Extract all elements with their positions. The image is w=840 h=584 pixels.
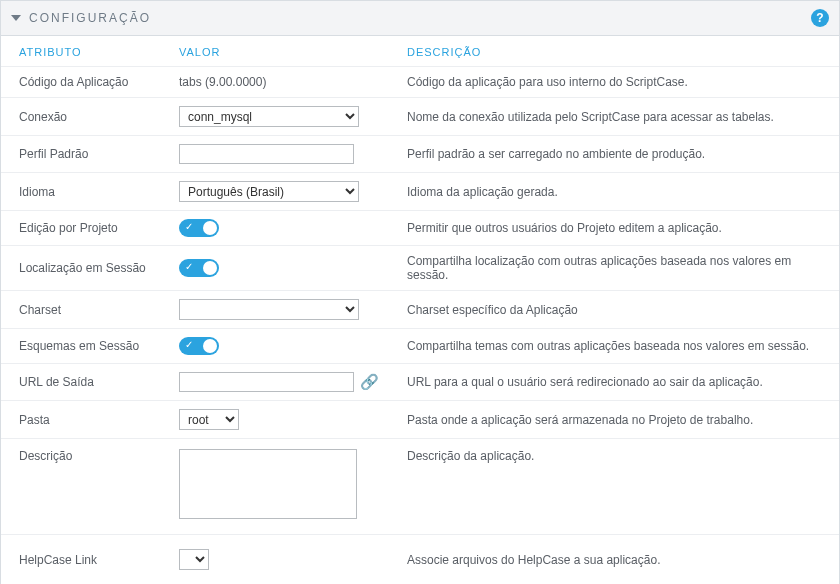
- label-description: Descrição: [1, 439, 161, 535]
- label-session-themes: Esquemas em Sessão: [1, 329, 161, 364]
- exit-url-input[interactable]: [179, 372, 354, 392]
- label-helpcase: HelpCase Link: [1, 535, 161, 585]
- desc-session-localization: Compartilha localização com outras aplic…: [389, 246, 839, 291]
- row-default-profile: Perfil Padrão Perfil padrão a ser carreg…: [1, 136, 839, 173]
- desc-folder: Pasta onde a aplicação será armazenada n…: [389, 401, 839, 439]
- edit-by-project-toggle[interactable]: [179, 219, 219, 237]
- desc-exit-url: URL para a qual o usuário será redirecio…: [389, 364, 839, 401]
- label-app-code: Código da Aplicação: [1, 67, 161, 98]
- charset-select[interactable]: [179, 299, 359, 320]
- row-charset: Charset Charset específico da Aplicação: [1, 291, 839, 329]
- link-icon[interactable]: 🔗: [360, 373, 379, 391]
- description-textarea[interactable]: [179, 449, 357, 519]
- value-app-code: tabs (9.00.0000): [161, 67, 389, 98]
- row-folder: Pasta root Pasta onde a aplicação será a…: [1, 401, 839, 439]
- label-folder: Pasta: [1, 401, 161, 439]
- row-helpcase: HelpCase Link Associe arquivos do HelpCa…: [1, 535, 839, 585]
- label-default-profile: Perfil Padrão: [1, 136, 161, 173]
- desc-edit-by-project: Permitir que outros usuários do Projeto …: [389, 211, 839, 246]
- desc-language: Idioma da aplicação gerada.: [389, 173, 839, 211]
- collapse-caret-icon[interactable]: [11, 15, 21, 21]
- desc-charset: Charset específico da Aplicação: [389, 291, 839, 329]
- label-session-localization: Localização em Sessão: [1, 246, 161, 291]
- header-description: DESCRIÇÃO: [389, 36, 839, 67]
- desc-helpcase: Associe arquivos do HelpCase a sua aplic…: [389, 535, 839, 585]
- folder-select[interactable]: root: [179, 409, 239, 430]
- desc-connection: Nome da conexão utilizada pelo ScriptCas…: [389, 98, 839, 136]
- help-icon[interactable]: ?: [811, 9, 829, 27]
- configuration-table: ATRIBUTO VALOR DESCRIÇÃO Código da Aplic…: [1, 36, 839, 584]
- desc-session-themes: Compartilha temas com outras aplicações …: [389, 329, 839, 364]
- header-value: VALOR: [161, 36, 389, 67]
- label-exit-url: URL de Saída: [1, 364, 161, 401]
- row-session-localization: Localização em Sessão Compartilha locali…: [1, 246, 839, 291]
- row-edit-by-project: Edição por Projeto Permitir que outros u…: [1, 211, 839, 246]
- session-themes-toggle[interactable]: [179, 337, 219, 355]
- panel-header: CONFIGURAÇÃO ?: [1, 1, 839, 36]
- row-session-themes: Esquemas em Sessão Compartilha temas com…: [1, 329, 839, 364]
- panel-title: CONFIGURAÇÃO: [29, 11, 151, 25]
- helpcase-select[interactable]: [179, 549, 209, 570]
- language-select[interactable]: Português (Brasil): [179, 181, 359, 202]
- row-connection: Conexão conn_mysql Nome da conexão utili…: [1, 98, 839, 136]
- desc-app-code: Código da aplicação para uso interno do …: [389, 67, 839, 98]
- row-exit-url: URL de Saída 🔗 URL para a qual o usuário…: [1, 364, 839, 401]
- row-app-code: Código da Aplicação tabs (9.00.0000) Cód…: [1, 67, 839, 98]
- row-description: Descrição Descrição da aplicação.: [1, 439, 839, 535]
- header-attribute: ATRIBUTO: [1, 36, 161, 67]
- label-connection: Conexão: [1, 98, 161, 136]
- row-language: Idioma Português (Brasil) Idioma da apli…: [1, 173, 839, 211]
- default-profile-input[interactable]: [179, 144, 354, 164]
- session-localization-toggle[interactable]: [179, 259, 219, 277]
- label-charset: Charset: [1, 291, 161, 329]
- label-language: Idioma: [1, 173, 161, 211]
- connection-select[interactable]: conn_mysql: [179, 106, 359, 127]
- desc-description: Descrição da aplicação.: [389, 439, 839, 535]
- desc-default-profile: Perfil padrão a ser carregado no ambient…: [389, 136, 839, 173]
- label-edit-by-project: Edição por Projeto: [1, 211, 161, 246]
- configuration-panel: CONFIGURAÇÃO ? ATRIBUTO VALOR DESCRIÇÃO …: [0, 0, 840, 584]
